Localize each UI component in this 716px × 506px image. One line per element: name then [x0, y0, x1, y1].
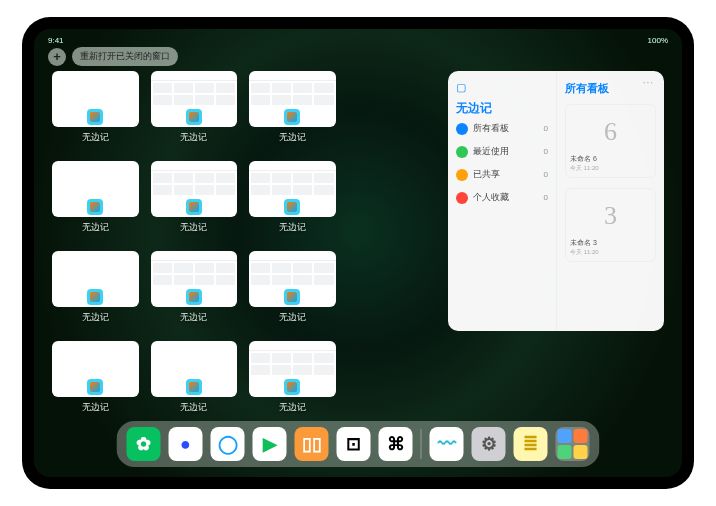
window-thumbnail: [52, 251, 139, 307]
panel-boards: 6未命名 6今天 11:203未命名 3今天 11:20: [565, 104, 656, 262]
board-name: 未命名 3: [570, 238, 651, 248]
window-label: 无边记: [82, 131, 109, 144]
window-thumbnail: [52, 341, 139, 397]
window-label: 无边记: [279, 131, 306, 144]
menu-item-icon: [456, 146, 468, 158]
window-tile[interactable]: 无边记: [249, 341, 336, 421]
freeform-app-icon: [284, 109, 300, 125]
menu-item-count: 0: [544, 193, 548, 202]
window-tile[interactable]: 无边记: [52, 161, 139, 241]
freeform-app-icon: [284, 289, 300, 305]
board-doodle: 6: [570, 109, 651, 154]
top-controls: + 重新打开已关闭的窗口: [48, 47, 178, 66]
add-window-button[interactable]: +: [48, 48, 66, 66]
panel-menu-item[interactable]: 所有看板0: [456, 117, 548, 140]
menu-item-label: 已共享: [473, 168, 500, 181]
window-thumbnail: [151, 251, 238, 307]
freeform-app-icon: [186, 379, 202, 395]
menu-item-label: 所有看板: [473, 122, 509, 135]
board-name: 未命名 6: [570, 154, 651, 164]
window-tile[interactable]: 无边记: [52, 341, 139, 421]
window-label: 无边记: [279, 221, 306, 234]
screen: 9:41 100% + 重新打开已关闭的窗口 无边记无边记无边记无边记无边记无边…: [34, 29, 682, 477]
window-label: 无边记: [180, 221, 207, 234]
status-time: 9:41: [48, 36, 64, 45]
window-thumbnail: [151, 341, 238, 397]
dock-app-notes[interactable]: ≣: [514, 427, 548, 461]
dock-app-settings[interactable]: ⚙: [472, 427, 506, 461]
window-tile[interactable]: 无边记: [151, 71, 238, 151]
dock: ✿●◯▶▯▯⊡⌘〰⚙≣: [117, 421, 600, 467]
freeform-app-icon: [186, 199, 202, 215]
menu-item-icon: [456, 169, 468, 181]
window-grid: 无边记无边记无边记无边记无边记无边记无边记无边记无边记无边记无边记无边记: [52, 71, 434, 421]
window-tile[interactable]: 无边记: [249, 71, 336, 151]
app-switcher: 无边记无边记无边记无边记无边记无边记无边记无边记无边记无边记无边记无边记 ···…: [52, 71, 664, 421]
window-tile[interactable]: 无边记: [151, 341, 238, 421]
window-label: 无边记: [180, 311, 207, 324]
window-thumbnail: [249, 251, 336, 307]
board-subtitle: 今天 11:20: [570, 164, 651, 173]
window-label: 无边记: [180, 401, 207, 414]
window-tile[interactable]: 无边记: [249, 251, 336, 331]
window-label: 无边记: [279, 311, 306, 324]
dock-app-books[interactable]: ▯▯: [295, 427, 329, 461]
panel-content: 所有看板 6未命名 6今天 11:203未命名 3今天 11:20: [556, 71, 664, 331]
freeform-app-icon: [87, 109, 103, 125]
board-thumbnail[interactable]: 3未命名 3今天 11:20: [565, 188, 656, 262]
freeform-app-icon: [284, 379, 300, 395]
panel-sidebar: ▢ 无边记 所有看板0最近使用0已共享0个人收藏0: [448, 71, 556, 331]
dock-app-quark[interactable]: ◯: [211, 427, 245, 461]
window-thumbnail: [249, 341, 336, 397]
window-label: 无边记: [82, 221, 109, 234]
freeform-app-icon: [87, 199, 103, 215]
window-thumbnail: [52, 71, 139, 127]
freeform-app-icon: [284, 199, 300, 215]
window-tile[interactable]: 无边记: [151, 161, 238, 241]
window-tile[interactable]: 无边记: [249, 161, 336, 241]
window-tile[interactable]: 无边记: [52, 251, 139, 331]
reopen-closed-window-button[interactable]: 重新打开已关闭的窗口: [72, 47, 178, 66]
freeform-panel[interactable]: ··· ▢ 无边记 所有看板0最近使用0已共享0个人收藏0 所有看板 6未命名 …: [448, 71, 664, 331]
freeform-app-icon: [87, 379, 103, 395]
window-label: 无边记: [82, 311, 109, 324]
menu-item-count: 0: [544, 147, 548, 156]
panel-sidebar-title: 无边记: [456, 100, 548, 117]
status-bar: 9:41 100%: [34, 33, 682, 47]
window-thumbnail: [249, 161, 336, 217]
dock-app-dice[interactable]: ⊡: [337, 427, 371, 461]
window-tile[interactable]: 无边记: [52, 71, 139, 151]
freeform-app-icon: [186, 109, 202, 125]
menu-item-count: 0: [544, 170, 548, 179]
dock-app-iqiyi[interactable]: ▶: [253, 427, 287, 461]
menu-item-icon: [456, 123, 468, 135]
panel-menu-item[interactable]: 最近使用0: [456, 140, 548, 163]
dock-separator: [421, 429, 422, 459]
window-thumbnail: [151, 71, 238, 127]
sidebar-icon: ▢: [456, 81, 466, 94]
board-subtitle: 今天 11:20: [570, 248, 651, 257]
board-doodle: 3: [570, 193, 651, 238]
dock-app-wechat[interactable]: ✿: [127, 427, 161, 461]
dock-app-tencent[interactable]: ●: [169, 427, 203, 461]
window-label: 无边记: [180, 131, 207, 144]
window-label: 无边记: [279, 401, 306, 414]
dock-app-library[interactable]: [556, 427, 590, 461]
menu-item-count: 0: [544, 124, 548, 133]
dock-app-freeform[interactable]: 〰: [430, 427, 464, 461]
more-icon[interactable]: ···: [643, 77, 654, 88]
freeform-app-icon: [87, 289, 103, 305]
window-tile[interactable]: 无边记: [151, 251, 238, 331]
window-label: 无边记: [82, 401, 109, 414]
ipad-frame: 9:41 100% + 重新打开已关闭的窗口 无边记无边记无边记无边记无边记无边…: [22, 17, 694, 489]
menu-item-label: 个人收藏: [473, 191, 509, 204]
panel-menu-list: 所有看板0最近使用0已共享0个人收藏0: [456, 117, 548, 209]
window-thumbnail: [249, 71, 336, 127]
freeform-app-icon: [186, 289, 202, 305]
panel-menu-item[interactable]: 个人收藏0: [456, 186, 548, 209]
board-thumbnail[interactable]: 6未命名 6今天 11:20: [565, 104, 656, 178]
dock-app-nodes[interactable]: ⌘: [379, 427, 413, 461]
menu-item-label: 最近使用: [473, 145, 509, 158]
panel-menu-item[interactable]: 已共享0: [456, 163, 548, 186]
menu-item-icon: [456, 192, 468, 204]
